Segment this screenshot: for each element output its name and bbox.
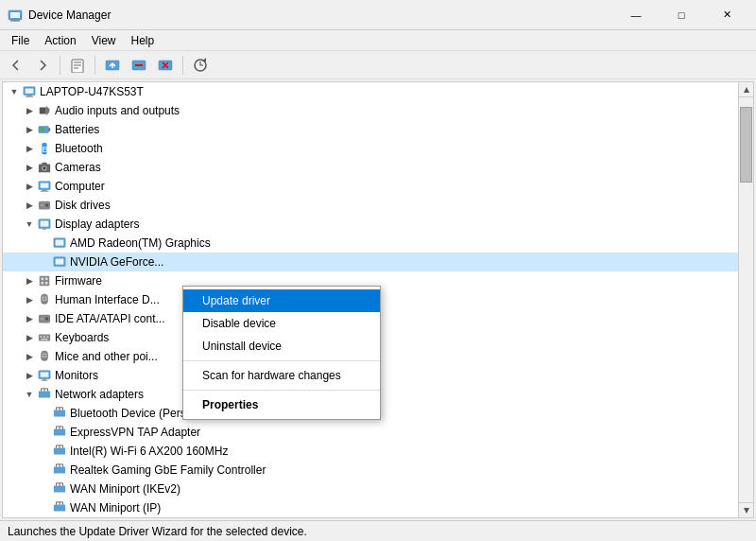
svg-rect-85 [54, 448, 65, 455]
svg-rect-68 [43, 379, 46, 380]
networkadapters-label: Network adapters [55, 388, 144, 401]
svg-rect-19 [26, 96, 34, 97]
svg-rect-100 [54, 505, 65, 512]
svg-rect-24 [41, 128, 44, 131]
title-bar: Device Manager — □ ✕ [0, 0, 756, 30]
tree-item-batteries[interactable]: ▶ Batteries [3, 120, 753, 139]
svg-rect-30 [42, 163, 46, 166]
tree-item-audio[interactable]: ▶ Audio inputs and outputs [3, 101, 753, 120]
context-menu-scan-hardware[interactable]: Scan for hardware changes [183, 364, 380, 387]
hid-expand[interactable]: ▶ [22, 292, 37, 307]
svg-rect-42 [56, 240, 64, 246]
firmware-icon [37, 273, 52, 288]
update-driver-icon [105, 58, 120, 73]
scan-button[interactable] [188, 54, 213, 77]
tree-item-wan-ip[interactable]: ▶ WAN Miniport (IP) [3, 498, 753, 517]
cameras-icon [37, 160, 52, 175]
firmware-label: Firmware [55, 274, 102, 288]
hid-icon [37, 292, 52, 307]
tree-item-cameras[interactable]: ▶ Cameras [3, 158, 753, 177]
svg-rect-3 [10, 20, 20, 21]
tree-item-nvidia[interactable]: ▶ NVIDIA GeForce... [3, 253, 753, 271]
tree-item-realtek[interactable]: ▶ Realtek Gaming GbE Family Controller [3, 461, 753, 480]
tree-item-bluetooth[interactable]: ▶ B Bluetooth [3, 139, 753, 158]
scrollbar-down-btn[interactable] [739, 502, 754, 517]
update-driver-button[interactable] [100, 54, 125, 77]
context-menu-uninstall-device[interactable]: Uninstall device [183, 335, 380, 358]
ide-icon [37, 311, 52, 326]
context-menu-separator-2 [183, 390, 380, 391]
device-tree[interactable]: ▼ LAPTOP-U47KS53T ▶ Audio inputs and [2, 81, 754, 518]
tree-item-wan-ikev2[interactable]: ▶ WAN Miniport (IKEv2) [3, 480, 753, 498]
forward-icon [35, 58, 50, 73]
networkadapters-expand[interactable]: ▼ [22, 387, 37, 402]
tree-root[interactable]: ▼ LAPTOP-U47KS53T [3, 82, 753, 101]
wan-ip-icon [52, 500, 67, 515]
wan-ikev2-label: WAN Miniport (IKEv2) [70, 482, 180, 496]
title-bar-left: Device Manager [8, 8, 111, 23]
vertical-scrollbar[interactable] [738, 82, 753, 517]
tree-item-intel-wifi[interactable]: ▶ Intel(R) Wi-Fi 6 AX200 160MHz [3, 442, 753, 461]
menu-action[interactable]: Action [37, 32, 83, 49]
uninstall-button[interactable] [153, 54, 178, 77]
keyboards-expand[interactable]: ▶ [22, 330, 37, 345]
menu-view[interactable]: View [84, 32, 124, 49]
properties-button[interactable] [65, 54, 90, 77]
keyboards-label: Keyboards [55, 331, 109, 344]
scrollbar-up-btn[interactable] [739, 82, 753, 97]
forward-button[interactable] [30, 54, 55, 77]
mice-label: Mice and other poi... [55, 350, 158, 363]
close-button[interactable]: ✕ [705, 2, 748, 28]
root-label: LAPTOP-U47KS53T [40, 85, 144, 98]
toolbar-separator-3 [182, 56, 183, 75]
intel-wifi-icon [52, 444, 67, 459]
root-expand[interactable]: ▼ [7, 84, 22, 99]
displayadapters-expand[interactable]: ▼ [22, 217, 37, 232]
tree-item-diskdrives[interactable]: ▶ Disk drives [3, 196, 753, 215]
context-menu-separator-1 [183, 360, 380, 361]
ide-expand[interactable]: ▶ [22, 311, 37, 326]
disable-icon [131, 58, 146, 73]
cameras-expand[interactable]: ▶ [22, 160, 37, 175]
tree-item-wan-ipv6[interactable]: ▶ WAN Miniport (IPv6) [3, 517, 753, 518]
back-button[interactable] [4, 54, 28, 77]
disable-button[interactable] [127, 54, 151, 77]
svg-rect-70 [39, 392, 50, 398]
displayadapters-icon [37, 217, 52, 232]
audio-label: Audio inputs and outputs [55, 104, 180, 117]
computer-icon [22, 84, 37, 99]
svg-rect-80 [54, 429, 65, 436]
svg-rect-69 [42, 380, 48, 381]
tree-item-computer[interactable]: ▶ Computer [3, 177, 753, 196]
audio-expand[interactable]: ▶ [22, 103, 37, 118]
bluetooth-label: Bluetooth [55, 142, 103, 155]
expressvpn-icon [52, 425, 67, 440]
tree-item-expressvpn[interactable]: ▶ ExpressVPN TAP Adapter [3, 423, 753, 442]
context-menu-update-driver[interactable]: Update driver [183, 289, 380, 312]
menu-bar: File Action View Help [0, 30, 756, 51]
menu-help[interactable]: Help [124, 32, 163, 49]
diskdrives-expand[interactable]: ▶ [22, 198, 37, 213]
svg-marker-21 [46, 106, 50, 116]
batteries-expand[interactable]: ▶ [22, 122, 37, 137]
mice-expand[interactable]: ▶ [22, 349, 37, 364]
bluetooth-expand[interactable]: ▶ [22, 141, 37, 156]
monitors-expand[interactable]: ▶ [22, 368, 37, 383]
computer-item-icon [37, 179, 52, 194]
scrollbar-thumb[interactable] [740, 107, 752, 183]
context-menu-disable-device[interactable]: Disable device [183, 312, 380, 335]
firmware-expand[interactable]: ▶ [22, 273, 37, 288]
context-menu-properties[interactable]: Properties [183, 393, 380, 416]
amd-icon [52, 236, 67, 251]
tree-item-amd[interactable]: ▶ AMD Radeon(TM) Graphics [3, 234, 753, 253]
realtek-icon [52, 462, 67, 478]
svg-rect-75 [54, 410, 65, 417]
hid-label: Human Interface D... [55, 293, 160, 306]
maximize-button[interactable]: □ [660, 2, 703, 28]
menu-file[interactable]: File [4, 32, 37, 49]
computer-expand[interactable]: ▶ [22, 179, 37, 194]
diskdrives-icon [37, 198, 52, 213]
scrollbar-track[interactable] [739, 97, 753, 502]
tree-item-displayadapters[interactable]: ▼ Display adapters [3, 215, 753, 234]
minimize-button[interactable]: — [614, 2, 658, 28]
